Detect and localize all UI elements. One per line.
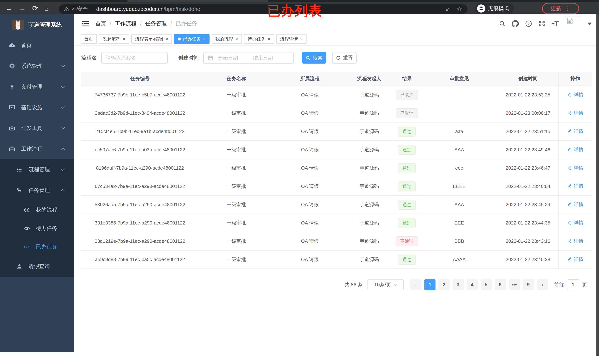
bookmark-star-icon[interactable]: ☆ [457, 5, 462, 13]
browser-home-button[interactable]: ⌂ [44, 5, 49, 12]
cell-process: OA 请假 [274, 177, 346, 195]
sidebar-item-task-management[interactable]: 任务管理 [0, 180, 74, 201]
table-row: 3adac3d2-7b9d-11ec-8404-acde48001122 一级审… [81, 104, 592, 122]
page-number-button[interactable]: 5 [481, 279, 492, 290]
prev-page-button[interactable]: ‹ [410, 279, 422, 290]
breadcrumb-task-management[interactable]: 任务管理 [145, 20, 167, 27]
tab[interactable]: 发起流程 × [99, 34, 129, 44]
page-number-button[interactable]: 3 [452, 279, 464, 290]
detail-link[interactable]: 详情 [567, 183, 583, 189]
cell-task-name: 一级审批 [199, 214, 274, 232]
next-page-button[interactable]: › [537, 279, 548, 290]
fullscreen-icon[interactable] [538, 20, 546, 27]
address-bar[interactable]: 不安全 dashboard.yudao.iocoder.cn/bpm/task/… [59, 4, 467, 14]
tab-close-icon[interactable]: × [235, 36, 238, 42]
date-range-picker[interactable]: 开始日期 - 结束日期 [203, 52, 294, 63]
tab-label: 已办任务 [183, 36, 201, 42]
page-ellipsis[interactable]: ••• [509, 279, 520, 290]
goto-page-input[interactable]: 1 [567, 279, 579, 290]
detail-link[interactable]: 详情 [567, 256, 583, 263]
sidebar-item-infrastructure[interactable]: 基础设施 [0, 97, 74, 118]
cell-result: 已取消 [393, 86, 421, 104]
tab[interactable]: 流程表单-编辑 × [131, 34, 172, 44]
cell-created: 2022-01-22 23:40:38 [498, 250, 559, 269]
tab-close-icon[interactable]: × [300, 36, 303, 42]
sidebar-item-leave-query[interactable]: 请假查询 [0, 256, 74, 277]
detail-link[interactable]: 详情 [567, 220, 583, 226]
search-button[interactable]: 搜索 [302, 52, 326, 63]
security-label[interactable]: 不安全 [72, 5, 88, 13]
tab[interactable]: 流程详情 × [276, 34, 307, 44]
sidebar-item-home[interactable]: 首页 [0, 35, 74, 56]
sidebar: 芋道管理系统 首页 ⚙ 系统管理 ¥ 支付管理 基础设施 [0, 14, 74, 352]
detail-link[interactable]: 详情 [567, 128, 583, 134]
key-icon[interactable] [445, 6, 451, 12]
tab[interactable]: 已办任务 × [174, 34, 209, 44]
cell-starter: 芋道源码 [346, 86, 393, 104]
tab[interactable]: 我的流程 × [212, 34, 242, 44]
detail-link[interactable]: 详情 [567, 91, 583, 98]
tab-close-icon[interactable]: × [123, 36, 125, 42]
browser-forward-button[interactable]: → [19, 5, 26, 12]
reset-button[interactable]: 重置 [332, 52, 357, 63]
status-badge: 通过 [398, 127, 416, 137]
detail-link-label: 详情 [574, 220, 583, 226]
page-number-button[interactable]: 6 [495, 279, 506, 290]
cell-comment: eee [421, 159, 498, 177]
font-size-icon[interactable]: TT [552, 20, 559, 27]
cell-comment: aaa [421, 122, 498, 141]
process-name-input[interactable]: 请输入流程名 [101, 52, 168, 63]
browser-reload-button[interactable]: ⟳ [32, 5, 38, 12]
page-number-button[interactable]: 4 [467, 279, 478, 290]
cell-result: 不通过 [393, 232, 421, 250]
table-row: ec507ae6-7b9a-11ec-b03b-acde48001122 一级审… [81, 141, 592, 159]
col-created: 创建时间 [498, 72, 559, 86]
breadcrumb-separator: / [110, 21, 111, 27]
avatar-caret-icon[interactable] [588, 23, 592, 25]
pagination: 共 86 条 10条/页 ‹ 123456•••9 › 前往 1 页 [81, 279, 592, 290]
page-size-select[interactable]: 10条/页 [368, 279, 404, 290]
search-icon[interactable] [499, 20, 505, 27]
page-number-button[interactable]: 2 [439, 279, 449, 290]
cell-actions: 详情 [559, 177, 592, 195]
browser-back-button[interactable]: ← [6, 5, 13, 12]
browser-update-button[interactable]: 更新 ⋮ [542, 3, 579, 14]
tab-close-icon[interactable]: × [268, 36, 271, 42]
sidebar-item-process-management[interactable]: 流程管理 [0, 159, 74, 180]
cell-created: 2022-01-22 23:44:35 [498, 214, 559, 232]
tab-close-icon[interactable]: × [203, 36, 206, 42]
detail-link[interactable]: 详情 [567, 201, 583, 208]
tab[interactable]: 待办任务 × [244, 34, 274, 44]
sidebar-collapse-icon[interactable] [81, 20, 89, 27]
cell-task-id: a59c9d88-7b99-11ec-ba5c-acde48001122 [81, 250, 199, 269]
sidebar-item-label: 首页 [21, 42, 32, 49]
sidebar-item-system[interactable]: ⚙ 系统管理 [0, 56, 74, 77]
sidebar-item-payment[interactable]: ¥ 支付管理 [0, 77, 74, 97]
col-actions: 操作 [559, 72, 592, 86]
sidebar-item-todo-tasks[interactable]: 待办任务 [0, 219, 74, 238]
detail-link[interactable]: 详情 [567, 238, 583, 244]
page-number-button[interactable]: 1 [424, 279, 435, 290]
github-icon[interactable] [512, 20, 519, 27]
sidebar-item-my-process[interactable]: 我的流程 [0, 201, 74, 219]
status-badge: 通过 [398, 145, 416, 155]
help-icon[interactable]: ? [525, 20, 532, 27]
breadcrumb-workflow[interactable]: 工作流程 [115, 20, 136, 27]
avatar[interactable] [565, 16, 580, 31]
status-badge: 通过 [398, 200, 416, 210]
breadcrumb-home[interactable]: 首页 [95, 20, 106, 27]
logo-row[interactable]: 芋道管理系统 [0, 14, 74, 35]
cell-starter: 芋道源码 [346, 195, 393, 214]
browser-menu-kebab-icon[interactable]: ⋮ [565, 5, 571, 12]
tab-close-icon[interactable]: × [165, 36, 168, 42]
detail-link[interactable]: 详情 [567, 146, 583, 153]
cell-created: 2022-01-22 23:45:29 [498, 195, 559, 214]
detail-link-label: 详情 [574, 146, 583, 153]
page-number-button[interactable]: 9 [523, 279, 534, 290]
detail-link[interactable]: 详情 [567, 165, 583, 171]
tab[interactable]: 首页 × [80, 34, 97, 44]
detail-link[interactable]: 详情 [567, 110, 583, 116]
sidebar-item-devtools[interactable]: 研发工具 [0, 118, 74, 139]
sidebar-item-workflow[interactable]: 工作流程 [0, 139, 74, 159]
sidebar-item-done-tasks[interactable]: 已办任务 [0, 238, 74, 256]
